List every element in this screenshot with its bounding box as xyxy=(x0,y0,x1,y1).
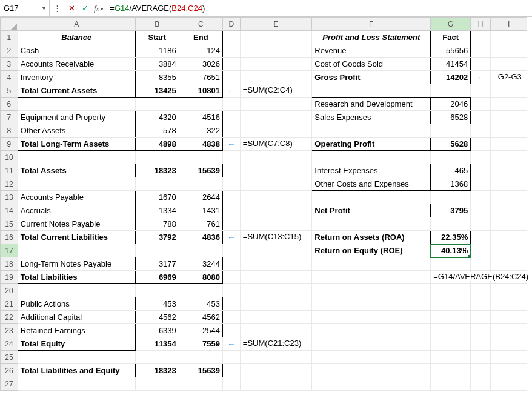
cell[interactable]: 2644 xyxy=(179,191,222,204)
cell[interactable]: Net Profit xyxy=(312,204,431,217)
col-header-C[interactable]: C xyxy=(179,18,222,31)
cell[interactable] xyxy=(471,337,491,351)
cell[interactable]: Total Liabilities xyxy=(18,271,135,284)
cell[interactable]: Revenue xyxy=(312,44,431,58)
cell[interactable] xyxy=(431,217,471,231)
cell[interactable] xyxy=(431,324,471,337)
cell[interactable] xyxy=(222,58,240,71)
insert-function-button[interactable]: fx ▾ xyxy=(91,4,106,13)
cell[interactable]: Return on Assets (ROA) xyxy=(312,231,431,244)
cell[interactable] xyxy=(431,364,471,377)
row-header[interactable]: 6 xyxy=(1,98,18,111)
cell[interactable] xyxy=(222,31,240,44)
cell[interactable] xyxy=(18,177,135,191)
balance-header[interactable]: Balance xyxy=(18,31,135,44)
cell[interactable] xyxy=(471,231,491,244)
cell[interactable] xyxy=(491,111,527,124)
cell[interactable]: 10801 xyxy=(179,84,222,98)
cell[interactable] xyxy=(222,284,240,297)
cell[interactable]: 1368 xyxy=(431,177,471,191)
cell[interactable] xyxy=(471,364,491,377)
cell[interactable]: 13425 xyxy=(135,84,179,98)
cell[interactable] xyxy=(179,244,222,257)
col-header-F[interactable]: F xyxy=(312,18,431,31)
row-header[interactable]: 27 xyxy=(1,377,18,391)
cell[interactable] xyxy=(240,124,312,138)
cell[interactable] xyxy=(179,151,222,164)
row-header[interactable]: 14 xyxy=(1,204,18,217)
cell[interactable]: Other Costs and Expenses xyxy=(312,177,431,191)
cell[interactable]: Equipment and Property xyxy=(18,111,135,124)
cell[interactable] xyxy=(491,231,527,244)
col-header-A[interactable]: A xyxy=(18,18,135,31)
row-header[interactable]: 25 xyxy=(1,351,18,364)
cell[interactable] xyxy=(431,151,471,164)
row-header[interactable]: 3 xyxy=(1,58,18,71)
cell[interactable] xyxy=(240,164,312,177)
cell[interactable] xyxy=(431,257,471,271)
cell[interactable]: 578 xyxy=(135,124,179,138)
cell[interactable]: Gross Profit xyxy=(312,71,431,84)
row-header[interactable]: 4 xyxy=(1,71,18,84)
cell[interactable]: Accruals xyxy=(18,204,135,217)
cell[interactable] xyxy=(240,217,312,231)
cell[interactable]: 4562 xyxy=(179,311,222,324)
cell[interactable] xyxy=(491,124,527,138)
pl-header[interactable]: Profit and Loss Statement xyxy=(312,31,431,44)
spreadsheet-grid[interactable]: A B C D E F G H I 1 Balance Start End Pr… xyxy=(0,17,532,391)
cell[interactable] xyxy=(312,124,431,138)
cell[interactable]: 761 xyxy=(179,217,222,231)
row-header[interactable]: 15 xyxy=(1,217,18,231)
cell[interactable]: 3177 xyxy=(135,257,179,271)
cell[interactable]: 1334 xyxy=(135,204,179,217)
formula-input[interactable]: =G14/AVERAGE(B24:C24) xyxy=(106,0,532,16)
row-header[interactable]: 12 xyxy=(1,177,18,191)
cell[interactable]: Additional Capital xyxy=(18,311,135,324)
cell[interactable]: 18323 xyxy=(135,164,179,177)
cell[interactable] xyxy=(312,151,431,164)
accept-formula-button[interactable]: ✓ xyxy=(78,0,91,16)
row-header[interactable]: 10 xyxy=(1,151,18,164)
cell[interactable] xyxy=(222,351,240,364)
cell[interactable] xyxy=(312,324,431,337)
cell[interactable] xyxy=(431,337,471,351)
cell[interactable] xyxy=(18,244,135,257)
row-header[interactable]: 7 xyxy=(1,111,18,124)
cell[interactable] xyxy=(471,284,491,297)
cell[interactable]: 6969 xyxy=(135,271,179,284)
cell[interactable] xyxy=(491,217,527,231)
cell[interactable]: 4320 xyxy=(135,111,179,124)
cell[interactable] xyxy=(240,204,312,217)
cell[interactable] xyxy=(222,164,240,177)
cell[interactable] xyxy=(240,257,312,271)
cell[interactable] xyxy=(471,324,491,337)
cell[interactable] xyxy=(135,377,179,391)
cell[interactable]: 3792 xyxy=(135,231,179,244)
cell[interactable] xyxy=(491,138,527,151)
cell[interactable]: 4898 xyxy=(135,138,179,151)
cell[interactable]: 2544 xyxy=(179,324,222,337)
cell[interactable] xyxy=(240,351,312,364)
cell[interactable] xyxy=(312,284,431,297)
fact-header[interactable]: Fact xyxy=(431,31,471,44)
cell[interactable] xyxy=(312,377,431,391)
cell[interactable] xyxy=(135,244,179,257)
cell[interactable] xyxy=(471,124,491,138)
end-header[interactable]: End xyxy=(179,31,222,44)
cell[interactable] xyxy=(491,257,527,271)
cell[interactable] xyxy=(471,377,491,391)
cell[interactable] xyxy=(491,31,527,44)
cell[interactable] xyxy=(312,311,431,324)
cell[interactable] xyxy=(471,297,491,311)
cell[interactable] xyxy=(471,351,491,364)
select-all-corner[interactable] xyxy=(1,18,18,31)
cell[interactable] xyxy=(240,151,312,164)
row-header[interactable]: 1 xyxy=(1,31,18,44)
cell[interactable] xyxy=(18,151,135,164)
cell[interactable] xyxy=(491,284,527,297)
cell[interactable] xyxy=(222,324,240,337)
cell[interactable] xyxy=(179,377,222,391)
cell[interactable] xyxy=(491,84,527,98)
cell[interactable]: Return on Equity (ROE) xyxy=(312,244,431,257)
cell[interactable] xyxy=(312,191,431,204)
